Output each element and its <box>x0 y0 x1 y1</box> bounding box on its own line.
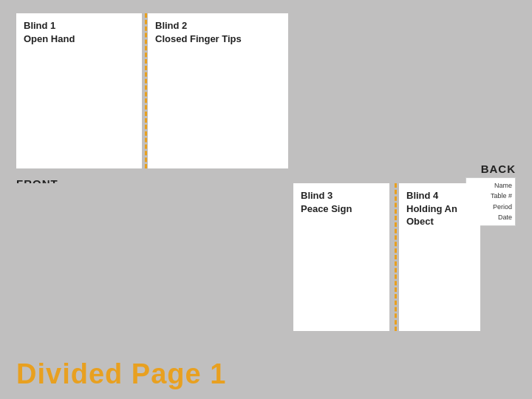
bottom-divider <box>395 183 398 331</box>
blind2-title-text: Blind 2 <box>155 20 187 31</box>
front-area <box>16 183 288 331</box>
blind1-subtitle-text: Open Hand <box>24 33 75 44</box>
divided-page-title: Divided Page 1 <box>16 358 226 390</box>
blind4-box: Blind 4 Holding An Obect <box>399 183 480 331</box>
blind1-box: Blind 1 Open Hand <box>16 13 142 168</box>
blind3-box: Blind 3 Peace Sign <box>293 183 389 331</box>
back-label: BACK <box>481 163 516 175</box>
blind3-subtitle-text: Peace Sign <box>301 203 352 214</box>
blind4-subtitle-text: Holding An Obect <box>406 203 457 228</box>
blind4-title: Blind 4 Holding An Obect <box>406 189 473 228</box>
blind2-subtitle-text: Closed Finger Tips <box>155 33 242 44</box>
blind2-box: Blind 2 Closed Finger Tips <box>148 13 288 168</box>
blind1-title-text: Blind 1 <box>24 20 55 31</box>
blind3-title: Blind 3 Peace Sign <box>301 189 382 215</box>
blind4-title-text: Blind 4 <box>406 190 438 201</box>
blind1-title: Blind 1 Open Hand <box>24 19 134 45</box>
blind3-title-text: Blind 3 <box>301 190 332 201</box>
slide-container: Blind 1 Open Hand Blind 2 Closed Finger … <box>0 0 532 399</box>
blind2-title: Blind 2 Closed Finger Tips <box>155 19 281 45</box>
